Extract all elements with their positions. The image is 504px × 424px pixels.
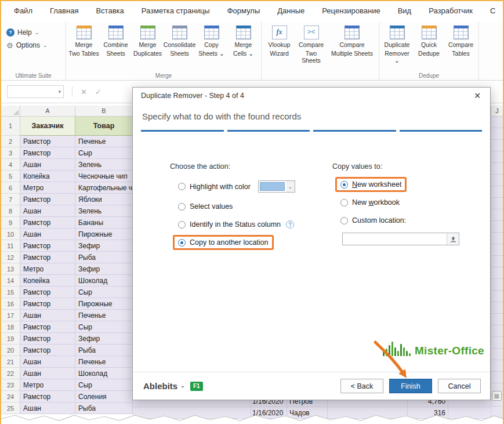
- cell-product[interactable]: Сыр: [75, 379, 133, 391]
- row-number[interactable]: 9: [1, 217, 20, 229]
- radio-option[interactable]: Select values ⌄ ?: [175, 201, 236, 212]
- radio-option[interactable]: Highlight with color ⌄ ?: [175, 179, 299, 194]
- radio-option[interactable]: Identify in the Status column ⌄ ?: [175, 219, 298, 230]
- ribbon-tab[interactable]: Вид: [398, 6, 412, 20]
- row-number[interactable]: 6: [1, 182, 20, 194]
- cell-customer[interactable]: Копейка: [20, 275, 75, 287]
- enter-icon[interactable]: ✓: [95, 88, 101, 96]
- ribbon-tab[interactable]: Разработчик: [429, 6, 473, 20]
- cell-customer[interactable]: Рамстор: [20, 194, 75, 205]
- ribbon-button[interactable]: Duplicate Remover ⌄: [381, 24, 413, 66]
- cell-product[interactable]: Рыба: [75, 252, 133, 263]
- range-select-button[interactable]: [447, 233, 459, 245]
- row-number[interactable]: 10: [1, 229, 20, 240]
- column-header-j[interactable]: J: [491, 106, 503, 117]
- radio-option[interactable]: New worksheet: [335, 177, 407, 192]
- cell-customer[interactable]: Рамстор: [20, 217, 75, 229]
- column-header-a[interactable]: A: [20, 106, 75, 116]
- cell-product[interactable]: Бананы: [75, 217, 133, 229]
- cell-product[interactable]: Шоколад: [75, 368, 133, 379]
- ribbon-button[interactable]: Merge Two Tables: [68, 24, 100, 59]
- cell-customer[interactable]: Ашан: [20, 403, 75, 414]
- cell-customer[interactable]: Ашан: [20, 310, 75, 321]
- row-number[interactable]: 2: [1, 136, 20, 147]
- row-number[interactable]: 24: [1, 391, 20, 403]
- cell-product[interactable]: Сыр: [75, 147, 133, 159]
- ribbon-button[interactable]: Copy Sheets ⌄: [195, 24, 227, 59]
- ablebits-brand[interactable]: Ablebits ⌄: [143, 381, 185, 391]
- cell-customer[interactable]: Рамстор: [20, 136, 75, 147]
- ribbon-button[interactable]: Compare Tables: [445, 24, 477, 59]
- row-number[interactable]: 21: [1, 356, 20, 368]
- cell-product[interactable]: Шоколад: [75, 275, 133, 287]
- cell-customer[interactable]: Метро: [20, 182, 75, 194]
- help-icon[interactable]: ?: [286, 220, 294, 229]
- cell-customer[interactable]: Рамстор: [20, 287, 75, 298]
- row-number[interactable]: 4: [1, 159, 20, 171]
- row-number[interactable]: 16: [1, 298, 20, 310]
- cell-product[interactable]: Зелень: [75, 205, 133, 217]
- cell-product[interactable]: Соления: [75, 391, 133, 403]
- radio-option[interactable]: Copy to another location ⌄ ?: [173, 235, 274, 250]
- ribbon-tab[interactable]: Рецензирование: [322, 6, 380, 20]
- color-dropdown[interactable]: ⌄: [258, 180, 295, 193]
- cell-product[interactable]: Сыр: [75, 287, 133, 298]
- cell-product[interactable]: Зелень: [75, 159, 133, 171]
- ribbon-button[interactable]: Consolidate Sheets: [164, 24, 195, 59]
- ribbon-button[interactable]: Merge Duplicates: [132, 24, 164, 59]
- header-cell-customer[interactable]: Заказчик: [20, 117, 75, 136]
- cell-customer[interactable]: Ашан: [20, 356, 75, 368]
- cell-customer[interactable]: Рамстор: [20, 240, 75, 252]
- row-number[interactable]: 23: [1, 379, 20, 391]
- ribbon-button[interactable]: Combine Sheets: [100, 24, 132, 59]
- cell-customer[interactable]: Рамстор: [20, 252, 75, 263]
- row-number[interactable]: 17: [1, 310, 20, 321]
- help-button[interactable]: ? Help ⌄: [3, 26, 64, 39]
- cell-product[interactable]: Зефир: [75, 240, 133, 252]
- cell-customer[interactable]: Копейка: [20, 171, 75, 182]
- ribbon-button[interactable]: Merge Cells ⌄: [227, 24, 259, 59]
- row-number[interactable]: 5: [1, 171, 20, 182]
- cell-product[interactable]: Пирожные: [75, 298, 133, 310]
- cell-customer[interactable]: Ашан: [20, 205, 75, 217]
- ribbon-tab[interactable]: Формулы: [227, 6, 260, 20]
- row-number[interactable]: 19: [1, 333, 20, 345]
- options-button[interactable]: ⚙ Options ⌄: [3, 39, 64, 52]
- cell-product[interactable]: Печенье: [75, 356, 133, 368]
- ribbon-button[interactable]: Quick Dedupe: [413, 24, 445, 59]
- ribbon-tab[interactable]: Данные: [277, 6, 304, 20]
- close-icon[interactable]: ✕: [472, 91, 483, 100]
- cancel-button[interactable]: Cancel: [438, 379, 481, 393]
- dropdown-icon[interactable]: ▾: [58, 89, 61, 95]
- header-cell-product[interactable]: Товар: [75, 117, 133, 136]
- cell-product[interactable]: Чесночные чип: [75, 171, 133, 182]
- cell-customer[interactable]: Ашан: [20, 229, 75, 240]
- cell-customer[interactable]: Метро: [20, 263, 75, 275]
- radio-option[interactable]: Custom location:: [337, 215, 409, 226]
- name-box[interactable]: ▾: [7, 85, 64, 98]
- cell-customer[interactable]: Рамстор: [20, 321, 75, 333]
- cell-product[interactable]: Рыба: [75, 403, 133, 414]
- row-number[interactable]: 1: [1, 117, 20, 136]
- cell-product[interactable]: Пирожные: [75, 229, 133, 240]
- custom-location-input[interactable]: [342, 233, 459, 245]
- cell-product[interactable]: Зефир: [75, 333, 133, 345]
- cell-customer[interactable]: Рамстор: [20, 391, 75, 403]
- ribbon-tab[interactable]: Вставка: [96, 6, 124, 20]
- row-number[interactable]: 25: [1, 403, 20, 414]
- cell-customer[interactable]: Метро: [20, 379, 75, 391]
- row-number[interactable]: 18: [1, 321, 20, 333]
- cell-product[interactable]: Рыба: [75, 345, 133, 356]
- row-number[interactable]: 3: [1, 147, 20, 159]
- row-number[interactable]: 14: [1, 275, 20, 287]
- cell-customer[interactable]: Рамстор: [20, 333, 75, 345]
- ribbon-tab[interactable]: Разметка страницы: [142, 6, 210, 20]
- ribbon-button[interactable]: >< Compare Two Sheets: [295, 24, 327, 66]
- ribbon-tab[interactable]: Файл: [14, 6, 32, 20]
- row-number[interactable]: 7: [1, 194, 20, 205]
- cell-product[interactable]: Яблоки: [75, 194, 133, 205]
- row-number[interactable]: 11: [1, 240, 20, 252]
- ribbon-button[interactable]: fx Vlookup Wizard: [263, 24, 295, 59]
- cell-product[interactable]: Печенье: [75, 136, 133, 147]
- cell-product[interactable]: Картофельные ч: [75, 182, 133, 194]
